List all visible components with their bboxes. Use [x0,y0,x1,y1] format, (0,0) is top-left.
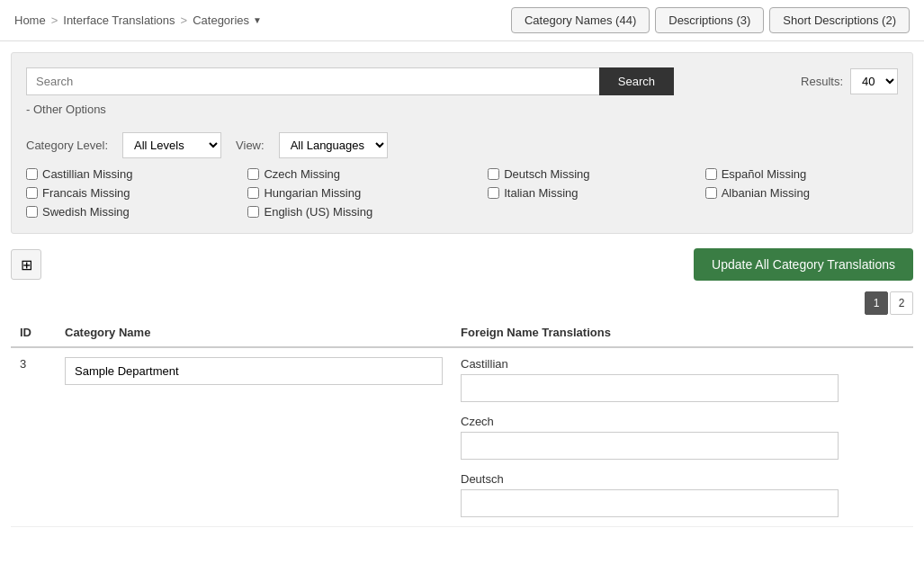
checkbox-label: Deutsch Missing [504,167,589,181]
checkbox-label: Hungarian Missing [264,186,361,200]
main-table: ID Category Name Foreign Name Translatio… [11,318,913,527]
breadcrumb-categories: Categories ▼ [193,13,262,27]
filter-section: Category Level: All Levels View: All Lan… [26,125,898,219]
top-bar: Home > Interface Translations > Categori… [0,0,924,41]
translation-field-wrap: Castillian [461,357,904,402]
results-label: Results: [801,75,843,88]
results-select[interactable]: 40 [850,68,898,94]
translation-input-deutsch[interactable] [461,489,839,517]
table-body: 3CastillianCzechDeutsch [11,347,913,527]
checkbox-italian-missing[interactable] [488,187,499,199]
checkbox-item: Francais Missing [26,186,220,200]
pagination: 1 2 [0,288,924,318]
checkbox-label: Italian Missing [504,186,578,200]
view-select[interactable]: All Languages [279,132,388,158]
checkbox-deutsch-missing[interactable] [488,168,499,180]
breadcrumb-interface-translations[interactable]: Interface Translations [63,13,175,27]
checkbox-czech-missing[interactable] [247,168,259,180]
search-input-wrap: Search [26,67,674,95]
checkbox-label: Francais Missing [42,186,130,200]
checkbox-label: English (US) Missing [264,205,372,219]
tab-short-descriptions[interactable]: Short Descriptions (2) [769,7,910,33]
col-header-foreign: Foreign Name Translations [452,318,913,347]
breadcrumb-sep2: > [181,13,188,27]
checkbox-item: Español Missing [705,167,898,181]
translation-label: Czech [461,415,904,428]
grid-icon: ⊞ [21,256,32,273]
page-1-button[interactable]: 1 [865,291,888,315]
tab-category-names[interactable]: Category Names (44) [511,7,650,33]
results-row: Results: 40 [801,68,898,94]
breadcrumb-sep1: > [51,13,58,27]
checkbox-item: Italian Missing [488,186,677,200]
filter-row: Category Level: All Levels View: All Lan… [26,132,898,158]
translation-input-castillian[interactable] [461,374,839,402]
table-header-row: ID Category Name Foreign Name Translatio… [11,318,913,347]
row-id: 3 [11,347,56,527]
checkbox-item: Castillian Missing [26,167,220,181]
checkbox-item: Czech Missing [247,167,461,181]
search-input[interactable] [26,67,599,95]
breadcrumb: Home > Interface Translations > Categori… [14,13,262,27]
tab-buttons: Category Names (44) Descriptions (3) Sho… [511,7,910,33]
checkbox-albanian-missing[interactable] [705,187,717,199]
page-2-button[interactable]: 2 [890,291,913,315]
toolbar-row: ⊞ Update All Category Translations [0,241,924,288]
translation-label: Deutsch [461,472,904,486]
checkbox-label: Castillian Missing [42,167,132,181]
breadcrumb-home[interactable]: Home [14,13,46,27]
checkbox-swedish-missing[interactable] [26,206,38,218]
checkbox-label: Albanian Missing [722,186,810,200]
checkbox-hungarian-missing[interactable] [247,187,259,199]
col-header-category-name: Category Name [56,318,452,347]
checkbox-francais-missing[interactable] [26,187,38,199]
checkbox-item: Swedish Missing [26,205,220,219]
checkbox-item: Hungarian Missing [247,186,461,200]
row-category-name [56,347,452,527]
translation-field-wrap: Deutsch [461,472,904,517]
checkbox-label: Español Missing [722,167,807,181]
row-translations: CastillianCzechDeutsch [452,347,913,527]
checkbox-item: Deutsch Missing [488,167,677,181]
grid-icon-button[interactable]: ⊞ [11,249,41,280]
col-header-id: ID [11,318,56,347]
category-name-input[interactable] [65,357,443,385]
checkbox-english-(us)-missing[interactable] [247,206,259,218]
checkbox-item: Albanian Missing [705,186,898,200]
update-all-button[interactable]: Update All Category Translations [694,248,913,281]
checkbox-label: Swedish Missing [42,205,130,219]
tab-descriptions[interactable]: Descriptions (3) [655,7,764,33]
breadcrumb-dropdown-icon[interactable]: ▼ [253,15,262,25]
search-panel: Search Results: 40 - Other Options Categ… [11,52,913,234]
category-level-label: Category Level: [26,139,108,152]
table-header: ID Category Name Foreign Name Translatio… [11,318,913,347]
view-label: View: [236,139,265,152]
search-and-results-row: Search Results: 40 [26,67,898,95]
translation-label: Castillian [461,357,904,371]
table-row: 3CastillianCzechDeutsch [11,347,913,527]
checkbox-castillian-missing[interactable] [26,168,38,180]
checkbox-español-missing[interactable] [705,168,717,180]
translation-field-wrap: Czech [461,415,904,460]
translation-input-czech[interactable] [461,432,839,460]
checkboxes-grid: Castillian MissingCzech MissingDeutsch M… [26,167,898,219]
checkbox-label: Czech Missing [264,167,340,181]
other-options[interactable]: - Other Options [26,103,898,116]
search-button[interactable]: Search [599,67,674,95]
checkbox-item: English (US) Missing [247,205,461,219]
category-level-select[interactable]: All Levels [122,132,221,158]
